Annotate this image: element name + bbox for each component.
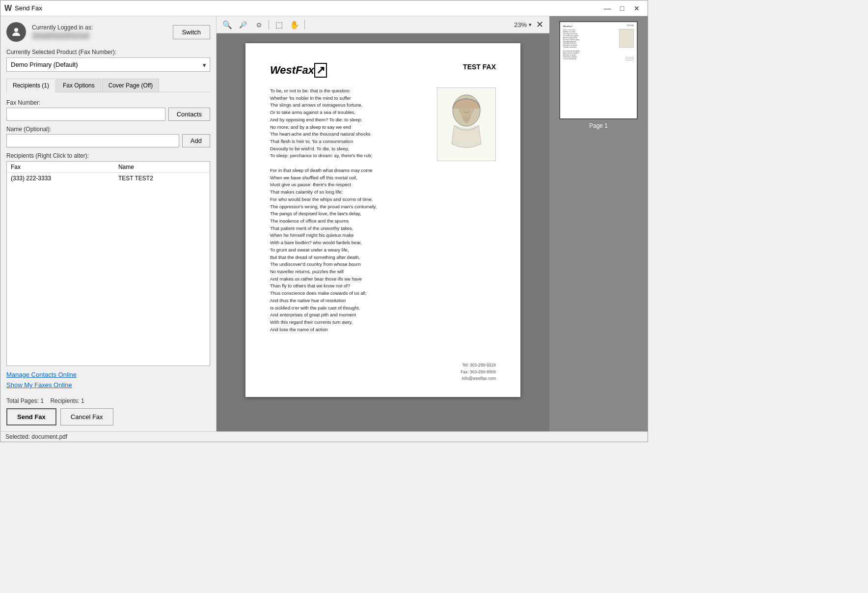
svg-point-0 — [14, 28, 18, 32]
tab-fax-options[interactable]: Fax Options — [56, 79, 101, 92]
select-tool-button[interactable]: ⬚ — [272, 18, 286, 31]
product-label: Currently Selected Product (Fax Number): — [6, 49, 210, 56]
shakespeare-portrait — [437, 87, 496, 161]
app-window: W Send Fax — □ ✕ Currently Logged in as:… — [0, 0, 648, 442]
tabs: Recipients (1) Fax Options Cover Page (O… — [6, 79, 210, 92]
fax-footer: Tel: 303-299-9329Fax: 303-299-9309info@w… — [461, 362, 496, 382]
product-select[interactable]: Demo Primary (Default) — [6, 57, 210, 72]
pdf-page: WestFax↗ TEST FAX — [245, 43, 520, 397]
table-row[interactable]: (333) 222-3333 TEST TEST2 — [7, 173, 210, 184]
title-bar: W Send Fax — □ ✕ — [0, 0, 648, 16]
recipients-label: Recipients (Right Click to alter): — [6, 152, 210, 159]
name-group: Name (Optional): Add — [6, 126, 210, 147]
pdf-content: WestFax↗ TEST FAX — [217, 33, 549, 431]
thumbnail-label: Page 1 — [589, 122, 608, 129]
add-button[interactable]: Add — [182, 134, 210, 147]
status-text: Selected: document.pdf — [5, 433, 67, 440]
minimize-button[interactable]: — — [600, 3, 614, 14]
footer-info: Total Pages: 1 Recipients: 1 — [6, 397, 210, 404]
footer-buttons: Send Fax Cancel Fax — [6, 408, 210, 425]
app-icon: W — [4, 4, 12, 13]
zoom-in-button[interactable]: 🔍 — [220, 18, 234, 31]
status-bar: Selected: document.pdf — [0, 431, 648, 442]
tab-cover-page[interactable]: Cover Page (Off) — [102, 79, 159, 92]
tab-recipients[interactable]: Recipients (1) — [6, 79, 55, 92]
user-email: dmq@PuxxdFxx.xxx — [32, 32, 90, 40]
thumbnail-panel: WestFax↗ TEST FAX To be, or not to be...… — [549, 16, 648, 431]
zoom-value: 23% — [507, 21, 527, 28]
fax-number-input[interactable] — [6, 108, 165, 121]
zoom-dropdown-arrow[interactable]: ▾ — [529, 22, 532, 28]
maximize-button[interactable]: □ — [615, 3, 629, 14]
contacts-button[interactable]: Contacts — [168, 108, 210, 121]
links-section: Manage Contacts Online Show My Faxes Onl… — [6, 371, 210, 392]
row-fax: (333) 222-3333 — [7, 173, 114, 184]
user-section: Currently Logged in as: dmq@PuxxdFxx.xxx… — [6, 22, 210, 42]
fax-text: To be, or not to be: that is the questio… — [270, 87, 407, 333]
close-button[interactable]: ✕ — [630, 3, 644, 14]
westfax-logo: WestFax↗ — [270, 63, 327, 78]
left-panel: Currently Logged in as: dmq@PuxxdFxx.xxx… — [0, 16, 217, 431]
app-title: Send Fax — [15, 4, 600, 12]
send-fax-button[interactable]: Send Fax — [6, 408, 56, 425]
name-input[interactable] — [6, 134, 179, 147]
toolbar-separator-1 — [269, 20, 269, 29]
row-name: TEST TEST2 — [114, 173, 210, 184]
avatar — [6, 22, 26, 42]
switch-button[interactable]: Switch — [173, 25, 210, 39]
recipients-table: Fax Name (333) 222-3333 TEST TEST2 — [6, 161, 210, 366]
zoom-out-button[interactable]: 🔎 — [236, 18, 250, 31]
toolbar-separator-2 — [304, 20, 305, 29]
fax-number-row: Contacts — [6, 108, 210, 121]
logged-in-label: Currently Logged in as: — [32, 24, 173, 31]
thumbnail-image: WestFax↗ TEST FAX To be, or not to be...… — [559, 21, 638, 119]
window-controls: — □ ✕ — [600, 3, 644, 14]
name-label: Name (Optional): — [6, 126, 210, 133]
fax-number-label: Fax Number: — [6, 99, 210, 106]
pan-tool-button[interactable]: ✋ — [288, 18, 301, 31]
name-row: Add — [6, 134, 210, 147]
recipients-count: Recipients: 1 — [50, 397, 84, 404]
pdf-viewer: 🔍 🔎 ⊙ ⬚ ✋ 23% ▾ ✕ We — [217, 16, 549, 431]
manage-contacts-link[interactable]: Manage Contacts Online — [6, 371, 210, 378]
pdf-page-header: WestFax↗ TEST FAX — [270, 63, 496, 78]
col-fax: Fax — [7, 162, 114, 173]
pdf-toolbar: 🔍 🔎 ⊙ ⬚ ✋ 23% ▾ ✕ — [217, 16, 549, 33]
fit-page-button[interactable]: ⊙ — [252, 18, 266, 31]
col-name: Name — [114, 162, 210, 173]
test-fax-label: TEST FAX — [463, 63, 496, 71]
main-content: Currently Logged in as: dmq@PuxxdFxx.xxx… — [0, 16, 648, 431]
total-pages: Total Pages: 1 — [6, 397, 44, 404]
cancel-fax-button[interactable]: Cancel Fax — [60, 408, 113, 425]
product-select-wrapper[interactable]: Demo Primary (Default) — [6, 57, 210, 72]
show-faxes-link[interactable]: Show My Faxes Online — [6, 381, 210, 389]
thumbnail-item[interactable]: WestFax↗ TEST FAX To be, or not to be...… — [559, 21, 638, 129]
fax-number-group: Fax Number: Contacts — [6, 99, 210, 121]
user-info: Currently Logged in as: dmq@PuxxdFxx.xxx — [32, 24, 173, 40]
close-preview-button[interactable]: ✕ — [534, 19, 545, 30]
zoom-display: 23% ▾ ✕ — [507, 19, 545, 30]
